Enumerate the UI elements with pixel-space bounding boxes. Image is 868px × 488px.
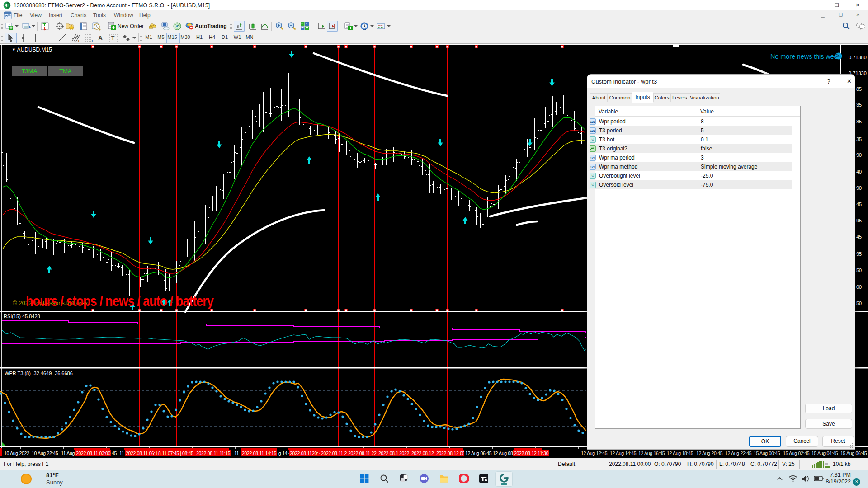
svg-text:F: F	[92, 39, 94, 42]
svg-text:T: T	[111, 35, 115, 42]
svg-text:E: E	[78, 39, 80, 42]
